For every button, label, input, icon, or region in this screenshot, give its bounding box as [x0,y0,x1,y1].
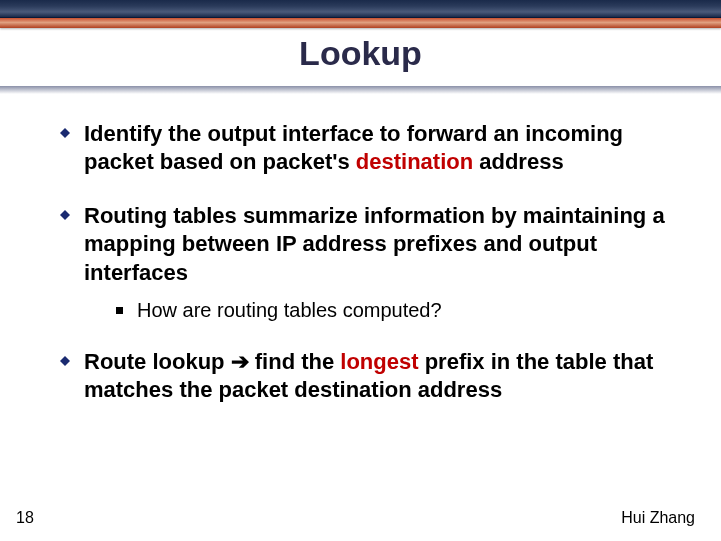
bullet-3: Route lookup ➔ find the longest prefix i… [60,348,681,404]
arrow-icon: ➔ [231,349,249,374]
slide-body: Identify the output interface to forward… [60,120,681,430]
bullet-1: Identify the output interface to forward… [60,120,681,176]
bullet-1-post: address [473,149,564,174]
bullet-3-highlight: longest [340,349,418,374]
bullet-3-text: Route lookup ➔ find the longest prefix i… [84,348,681,404]
bullet-3-pre: Route lookup [84,349,231,374]
diamond-bullet-icon [60,128,70,138]
accent-stripe [0,18,721,28]
svg-marker-0 [60,128,70,138]
bullet-1-highlight: destination [356,149,473,174]
square-bullet-icon [116,307,123,314]
bullet-2-sub: How are routing tables computed? [116,299,681,322]
slide: Lookup Identify the output interface to … [0,0,721,541]
bullet-2-text: Routing tables summarize information by … [84,202,681,286]
svg-marker-1 [60,210,70,220]
page-number: 18 [16,509,34,527]
slide-title: Lookup [0,34,721,73]
diamond-bullet-icon [60,356,70,366]
bullet-3-mid: find the [249,349,341,374]
header: Lookup [0,0,721,92]
diamond-bullet-icon [60,210,70,220]
bullet-2-sub-text: How are routing tables computed? [137,299,442,322]
author-name: Hui Zhang [621,509,695,527]
svg-marker-2 [60,356,70,366]
top-gradient-bar [0,0,721,18]
bullet-1-text: Identify the output interface to forward… [84,120,681,176]
bullet-2: Routing tables summarize information by … [60,202,681,286]
title-shadow [0,86,721,94]
